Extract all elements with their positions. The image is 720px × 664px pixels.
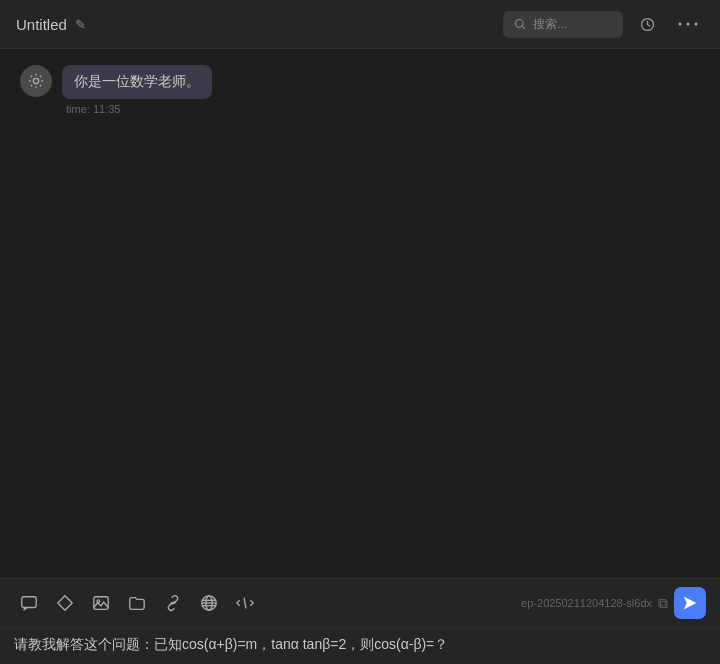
toolbar-right: ep-20250211204128-sl6dx ⧉	[521, 587, 706, 619]
link-tool-button[interactable]	[158, 588, 188, 618]
message-time: time: 11:35	[62, 103, 212, 115]
ep-label: ep-20250211204128-sl6dx	[521, 597, 652, 609]
header-left: Untitled ✎	[16, 16, 86, 33]
gear-icon	[27, 72, 45, 90]
svg-point-6	[33, 78, 38, 83]
edit-icon[interactable]: ✎	[75, 17, 86, 32]
svg-rect-9	[94, 597, 108, 610]
send-icon	[682, 595, 698, 611]
image-icon	[92, 594, 110, 612]
folder-icon	[128, 594, 146, 612]
image-tool-button[interactable]	[86, 588, 116, 618]
svg-point-4	[687, 23, 690, 26]
toolbar-row: ep-20250211204128-sl6dx ⧉	[0, 579, 720, 628]
globe-icon	[200, 594, 218, 612]
link-icon	[164, 594, 182, 612]
chat-area: 你是一位数学老师。 time: 11:35	[0, 49, 720, 564]
message-text: 你是一位数学老师。	[74, 73, 200, 89]
send-button[interactable]	[674, 587, 706, 619]
svg-point-0	[515, 19, 523, 27]
diamond-tool-button[interactable]	[50, 588, 80, 618]
more-icon	[678, 20, 698, 28]
svg-marker-16	[684, 597, 697, 610]
globe-tool-button[interactable]	[194, 588, 224, 618]
history-icon	[639, 16, 656, 33]
code-icon	[236, 594, 254, 612]
message-bubble: 你是一位数学老师。	[62, 65, 212, 99]
chat-tool-button[interactable]	[14, 588, 44, 618]
svg-line-1	[522, 26, 524, 28]
svg-point-5	[695, 23, 698, 26]
toolbar-left	[14, 588, 260, 618]
history-button[interactable]	[633, 12, 662, 37]
message-content: 你是一位数学老师。 time: 11:35	[62, 65, 212, 115]
svg-rect-7	[22, 597, 36, 608]
code-tool-button[interactable]	[230, 588, 260, 618]
folder-tool-button[interactable]	[122, 588, 152, 618]
search-placeholder: 搜索...	[533, 16, 567, 33]
search-box[interactable]: 搜索...	[503, 11, 623, 38]
bottom-area: ep-20250211204128-sl6dx ⧉ 请教我解答这个问题：已知co…	[0, 578, 720, 664]
header: Untitled ✎ 搜索...	[0, 0, 720, 49]
header-right: 搜索...	[503, 11, 704, 38]
diamond-icon	[56, 594, 74, 612]
copy-icon[interactable]: ⧉	[658, 595, 668, 612]
avatar	[20, 65, 52, 97]
search-icon	[513, 17, 527, 31]
svg-point-3	[679, 23, 682, 26]
message-row: 你是一位数学老师。 time: 11:35	[20, 65, 700, 115]
page-title: Untitled	[16, 16, 67, 33]
input-area[interactable]: 请教我解答这个问题：已知cos(α+β)=m，tanα tanβ=2，则cos(…	[0, 628, 720, 664]
chat-icon	[20, 594, 38, 612]
input-text: 请教我解答这个问题：已知cos(α+β)=m，tanα tanβ=2，则cos(…	[14, 636, 448, 652]
svg-marker-8	[58, 596, 72, 610]
more-button[interactable]	[672, 16, 704, 32]
